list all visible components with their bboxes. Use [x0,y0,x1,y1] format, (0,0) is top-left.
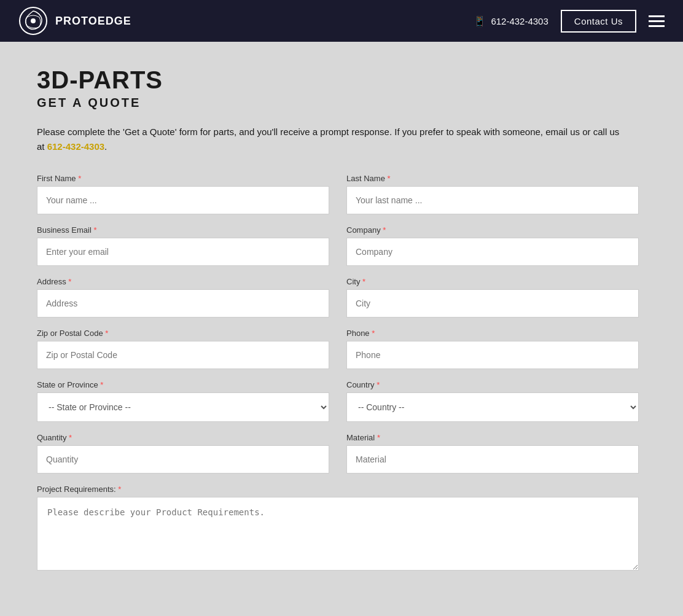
phone-label: Phone * [346,329,639,338]
country-group: Country * -- Country -- United States Ca… [346,380,639,422]
project-requirements-group: Project Requirements: * [37,485,639,571]
city-group: City * [346,277,639,318]
city-input[interactable] [346,289,639,318]
project-textarea[interactable] [37,497,639,571]
hamburger-menu[interactable] [649,15,665,27]
project-label: Project Requirements: * [37,485,639,494]
project-required: * [118,485,121,494]
contact-us-button[interactable]: Contact Us [561,10,636,33]
country-required: * [377,380,380,389]
email-required: * [94,225,97,235]
hamburger-line-3 [649,25,665,27]
address-input[interactable] [37,289,329,318]
city-required: * [362,277,365,286]
svg-point-1 [31,18,36,23]
quantity-group: Quantity * [37,433,329,474]
state-select[interactable]: -- State or Province -- Alabama Alaska A… [37,392,329,422]
logo-icon [18,6,48,36]
address-group: Address * [37,277,329,318]
main-content: 3D-PARTS GET A QUOTE Please complete the… [0,42,683,595]
company-label: Company * [346,225,639,235]
quantity-required: * [69,433,72,442]
company-group: Company * [346,225,639,266]
phone-input[interactable] [346,341,639,369]
zip-group: Zip or Postal Code * [37,329,329,369]
phone-icon: 📱 [474,15,486,27]
address-required: * [68,277,71,286]
description-text-1: Please complete the 'Get a Quote' form f… [37,127,619,152]
navbar-phone: 612-432-4303 [491,16,548,26]
zip-required: * [105,329,108,338]
first-name-input[interactable] [37,186,329,214]
last-name-required: * [388,174,391,183]
navbar: PROTOEDGE 📱 612-432-4303 Contact Us [0,0,683,42]
state-required: * [100,380,103,389]
quantity-label: Quantity * [37,433,329,442]
material-input[interactable] [346,445,639,474]
quantity-input[interactable] [37,445,329,474]
navbar-right: 📱 612-432-4303 Contact Us [474,10,665,33]
first-name-group: First Name * [37,174,329,214]
phone-container: 📱 612-432-4303 [474,15,548,27]
hamburger-line-1 [649,15,665,17]
hamburger-line-2 [649,20,665,22]
last-name-label: Last Name * [346,174,639,183]
navbar-left: PROTOEDGE [18,6,131,36]
zip-input[interactable] [37,341,329,369]
material-label: Material * [346,433,639,442]
address-label: Address * [37,277,329,286]
phone-group: Phone * [346,329,639,369]
city-label: City * [346,277,639,286]
brand-name: PROTOEDGE [55,15,131,28]
country-select[interactable]: -- Country -- United States Canada Unite… [346,392,639,422]
quote-form: First Name * Last Name * Business Email … [37,174,639,571]
phone-link[interactable]: 612-432-4303 [47,141,104,152]
description: Please complete the 'Get a Quote' form f… [37,125,626,154]
last-name-input[interactable] [346,186,639,214]
material-required: * [377,433,380,442]
state-label: State or Province * [37,380,329,389]
description-text-2: . [104,141,107,152]
state-group: State or Province * -- State or Province… [37,380,329,422]
email-input[interactable] [37,238,329,266]
page-subtitle: GET A QUOTE [37,96,646,110]
phone-required: * [372,329,375,338]
company-required: * [383,225,386,235]
last-name-group: Last Name * [346,174,639,214]
first-name-label: First Name * [37,174,329,183]
zip-label: Zip or Postal Code * [37,329,329,338]
email-group: Business Email * [37,225,329,266]
page-title: 3D-PARTS [37,66,646,93]
first-name-required: * [78,174,81,183]
email-label: Business Email * [37,225,329,235]
country-label: Country * [346,380,639,389]
material-group: Material * [346,433,639,474]
company-input[interactable] [346,238,639,266]
